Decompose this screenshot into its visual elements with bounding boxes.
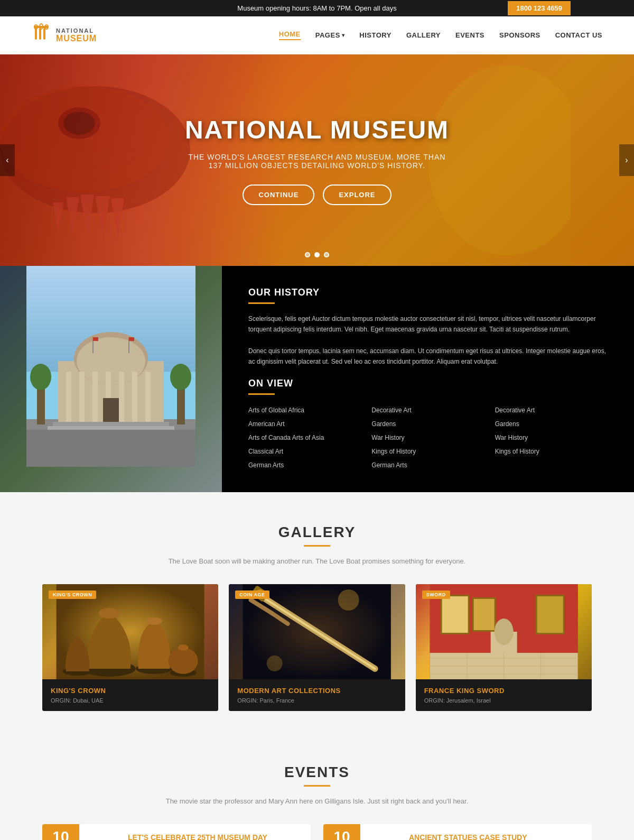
on-view-item: Kings of History <box>495 446 608 457</box>
on-view-item: Arts of Global Africa <box>248 404 361 416</box>
on-view-item: War History <box>371 432 484 444</box>
gallery-card-image: COIN AGE <box>229 584 405 679</box>
events-divider <box>304 785 330 787</box>
on-view-item: German Arts <box>248 459 361 471</box>
nav-pages[interactable]: PAGES ▾ <box>315 31 345 39</box>
svg-rect-1 <box>39 28 41 40</box>
history-title: OUR HISTORY <box>248 287 608 298</box>
history-image <box>0 266 222 492</box>
logo[interactable]: NATIONAL MUSEUM <box>32 23 97 48</box>
gallery-card-info: FRANCE KING SWORD ORGIN: Jerusalem, Isra… <box>416 679 592 711</box>
svg-point-62 <box>267 656 283 671</box>
history-underline <box>248 302 275 304</box>
svg-marker-10 <box>66 197 79 237</box>
event-card[interactable]: 10 Oct, 15 <box>42 824 311 840</box>
gallery-badge: COIN AGE <box>235 590 269 599</box>
on-view-item: Gardens <box>495 418 608 430</box>
on-view-title: ON VIEW <box>248 378 608 389</box>
event-image-container: 10 Oct, 15 <box>42 824 111 840</box>
svg-point-46 <box>99 608 120 619</box>
svg-rect-26 <box>92 372 98 424</box>
svg-rect-35 <box>129 337 134 341</box>
events-grid: 10 Oct, 15 <box>42 824 592 840</box>
on-view-item: Classical Art <box>248 446 361 457</box>
svg-rect-38 <box>26 430 195 467</box>
dot-1[interactable] <box>305 252 310 257</box>
nav-gallery[interactable]: GALLERY <box>406 31 441 39</box>
gallery-card[interactable]: SWORD FRANCE KING SWORD ORGIN: Jerusalem… <box>416 584 592 711</box>
header: NATIONAL MUSEUM HOME PAGES ▾ HISTORY GAL… <box>0 16 634 54</box>
gallery-badge: SWORD <box>422 590 450 599</box>
top-bar: Museum opening hours: 8AM to 7PM. Open a… <box>0 0 634 16</box>
event-image-container: 10 Oct, 15 <box>323 824 392 840</box>
svg-rect-28 <box>119 372 124 424</box>
svg-point-51 <box>169 648 198 674</box>
gallery-card-origin: ORGIN: Dubai, UAE <box>51 697 210 704</box>
nav-contact[interactable]: CONTACT US <box>555 31 602 39</box>
hero-buttons: CONTINUE EXPLORE <box>185 184 449 205</box>
gallery-card-info: MODERN ART COLLECTIONS ORGIN: Paris, Fra… <box>229 679 405 711</box>
gallery-subtitle: The Love Boat soon will be making anothe… <box>42 557 592 565</box>
svg-rect-36 <box>53 422 169 426</box>
explore-button[interactable]: EXPLORE <box>323 184 391 205</box>
logo-text: NATIONAL MUSEUM <box>56 27 97 43</box>
gallery-divider <box>304 545 330 547</box>
gallery-card[interactable]: COIN AGE MODERN ART COLLECTIONS ORGIN: P… <box>229 584 405 711</box>
gallery-card-image: KING'S CROWN <box>42 584 218 679</box>
history-section: OUR HISTORY Scelerisque, felis eget Auct… <box>0 266 634 492</box>
hero-content: NATIONAL MUSEUM THE WORLD'S LARGEST RESE… <box>174 105 460 216</box>
gallery-grid: KING'S CROWN KING'S CROWN ORGIN: Dubai, … <box>42 584 592 711</box>
svg-rect-31 <box>103 398 119 424</box>
gallery-card-origin: ORGIN: Jerusalem, Israel <box>424 697 583 704</box>
svg-rect-2 <box>43 28 45 40</box>
nav-sponsors[interactable]: SPONSORS <box>499 31 540 39</box>
svg-rect-30 <box>145 372 151 424</box>
hero-title: NATIONAL MUSEUM <box>185 115 449 144</box>
svg-marker-9 <box>53 202 63 234</box>
event-date-box: 10 Oct, 15 <box>323 824 360 840</box>
events-title: EVENTS <box>42 764 592 781</box>
svg-point-15 <box>63 112 95 135</box>
phone-number[interactable]: 1800 123 4659 <box>508 1 571 15</box>
nav-events[interactable]: EVENTS <box>455 31 484 39</box>
on-view-item <box>495 459 608 471</box>
event-day: 10 <box>52 829 69 840</box>
on-view-item: War History <box>495 432 608 444</box>
svg-rect-0 <box>35 28 37 40</box>
main-nav: HOME PAGES ▾ HISTORY GALLERY EVENTS SPON… <box>279 30 602 40</box>
gallery-section: GALLERY The Love Boat soon will be makin… <box>0 492 634 732</box>
svg-rect-25 <box>79 372 85 424</box>
gallery-badge: KING'S CROWN <box>49 590 96 599</box>
svg-marker-13 <box>111 198 124 239</box>
gallery-card-title: MODERN ART COLLECTIONS <box>237 687 396 695</box>
continue-button[interactable]: CONTINUE <box>243 184 314 205</box>
event-title: ANCIENT STATUES CASE STUDY <box>409 833 583 840</box>
on-view-item: American Art <box>248 418 361 430</box>
svg-rect-67 <box>442 596 468 633</box>
svg-rect-24 <box>66 372 71 424</box>
event-info: LET'S CELEBRATE 25TH MUSEUM DAY Melbourn… <box>119 824 311 840</box>
svg-marker-11 <box>80 195 94 239</box>
nav-home[interactable]: HOME <box>279 30 301 40</box>
svg-point-52 <box>178 644 189 651</box>
hero-prev-button[interactable]: ‹ <box>0 144 15 176</box>
svg-rect-69 <box>473 599 494 630</box>
gallery-card[interactable]: KING'S CROWN KING'S CROWN ORGIN: Dubai, … <box>42 584 218 711</box>
svg-rect-3 <box>34 26 49 28</box>
event-card[interactable]: 10 Oct, 15 <box>323 824 592 840</box>
gallery-card-title: KING'S CROWN <box>51 687 210 695</box>
events-section: EVENTS The movie star the professor and … <box>0 732 634 840</box>
hero-dots <box>305 252 329 257</box>
svg-point-61 <box>338 589 359 611</box>
events-subtitle: The movie star the professor and Mary An… <box>42 797 592 805</box>
hero-next-button[interactable]: › <box>619 144 634 176</box>
svg-point-42 <box>170 364 191 390</box>
nav-history[interactable]: HISTORY <box>359 31 391 39</box>
svg-point-49 <box>146 617 162 625</box>
dot-3[interactable] <box>324 252 329 257</box>
on-view-item: German Arts <box>371 459 484 471</box>
svg-rect-71 <box>537 596 563 633</box>
dot-2[interactable] <box>314 252 320 257</box>
announcement-text: Museum opening hours: 8AM to 7PM. Open a… <box>237 4 396 12</box>
on-view-item: Decorative Art <box>371 404 484 416</box>
